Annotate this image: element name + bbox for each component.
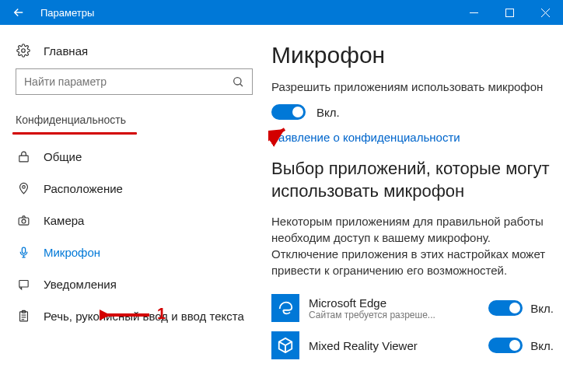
sidebar-item-label: Общие xyxy=(44,150,82,163)
app-toggle-mixed-reality[interactable] xyxy=(488,338,523,353)
sidebar-item-label: Расположение xyxy=(44,182,123,195)
page-title: Микрофон xyxy=(271,42,554,68)
search-box[interactable] xyxy=(16,68,253,95)
allow-description: Разрешить приложениям использовать микро… xyxy=(271,79,554,95)
minimize-icon xyxy=(470,9,478,17)
sidebar: Главная Конфиденциальность Общие Располо… xyxy=(0,25,268,392)
sidebar-item-label: Камера xyxy=(44,214,84,227)
svg-rect-7 xyxy=(19,218,29,225)
privacy-statement-link[interactable]: Заявление о конфиденциальности xyxy=(271,131,460,144)
svg-point-2 xyxy=(22,49,26,53)
svg-rect-10 xyxy=(19,281,27,288)
app-name: Microsoft Edge xyxy=(309,296,488,310)
lock-icon xyxy=(16,150,31,163)
close-icon xyxy=(541,9,550,17)
sidebar-menu: Общие Расположение Камера Микрофон xyxy=(0,141,268,332)
sidebar-item-speech[interactable]: Речь, рукописный ввод и ввод текста xyxy=(0,300,268,332)
back-button[interactable] xyxy=(0,0,37,25)
section-heading: Выбор приложений, которые могут использо… xyxy=(271,158,554,202)
minimize-button[interactable] xyxy=(456,0,491,25)
svg-line-4 xyxy=(240,84,243,86)
clipboard-icon xyxy=(16,310,31,323)
edge-icon xyxy=(277,299,294,317)
sidebar-home[interactable]: Главная xyxy=(0,37,268,68)
app-toggle-edge[interactable] xyxy=(488,300,523,316)
sidebar-item-label: Микрофон xyxy=(44,246,100,259)
search-input[interactable] xyxy=(24,75,232,88)
sidebar-item-microphone[interactable]: Микрофон xyxy=(0,236,268,268)
maximize-icon xyxy=(505,9,514,17)
sidebar-section-header: Конфиденциальность xyxy=(0,109,268,131)
camera-icon xyxy=(16,214,31,227)
sidebar-item-label: Уведомления xyxy=(44,278,117,291)
sidebar-item-location[interactable]: Расположение xyxy=(0,173,268,205)
microphone-icon xyxy=(16,246,31,259)
app-row-mixed-reality: Mixed Reality Viewer Вкл. xyxy=(271,327,554,364)
svg-rect-5 xyxy=(19,156,27,162)
gear-icon xyxy=(16,44,31,58)
app-toggle-label: Вкл. xyxy=(530,339,554,352)
main-panel: Микрофон Разрешить приложениям использов… xyxy=(268,25,563,392)
svg-point-6 xyxy=(22,186,25,189)
app-row-edge: Microsoft Edge Сайтам требуется разреше.… xyxy=(271,289,554,327)
svg-rect-1 xyxy=(505,9,513,16)
app-subtitle: Сайтам требуется разреше... xyxy=(309,310,488,320)
location-icon xyxy=(16,182,31,195)
master-toggle-label: Вкл. xyxy=(316,106,340,119)
window-title: Параметры xyxy=(37,7,456,19)
sidebar-home-label: Главная xyxy=(44,44,88,58)
annotation-underline xyxy=(12,132,137,135)
app-name: Mixed Reality Viewer xyxy=(309,339,488,352)
sidebar-item-camera[interactable]: Камера xyxy=(0,205,268,236)
section-body-text: Некоторым приложениям для правильной раб… xyxy=(271,213,554,278)
titlebar: Параметры xyxy=(0,0,563,25)
app-tile-mixed-reality xyxy=(271,331,299,359)
master-toggle[interactable] xyxy=(271,104,306,120)
close-button[interactable] xyxy=(527,0,563,25)
maximize-button[interactable] xyxy=(491,0,527,25)
svg-rect-9 xyxy=(22,247,25,254)
arrow-left-icon xyxy=(12,5,26,19)
sidebar-item-notifications[interactable]: Уведомления xyxy=(0,268,268,300)
app-toggle-label: Вкл. xyxy=(530,302,554,315)
master-toggle-row: Вкл. xyxy=(271,104,554,120)
sidebar-item-general[interactable]: Общие xyxy=(0,141,268,173)
cube-icon xyxy=(277,337,294,354)
app-tile-edge xyxy=(271,294,299,322)
svg-point-3 xyxy=(234,78,241,85)
notification-icon xyxy=(16,278,31,291)
search-icon xyxy=(232,75,244,88)
annotation-number-1: 1 xyxy=(157,305,166,323)
svg-point-8 xyxy=(22,219,26,223)
sidebar-item-label: Речь, рукописный ввод и ввод текста xyxy=(44,310,244,323)
